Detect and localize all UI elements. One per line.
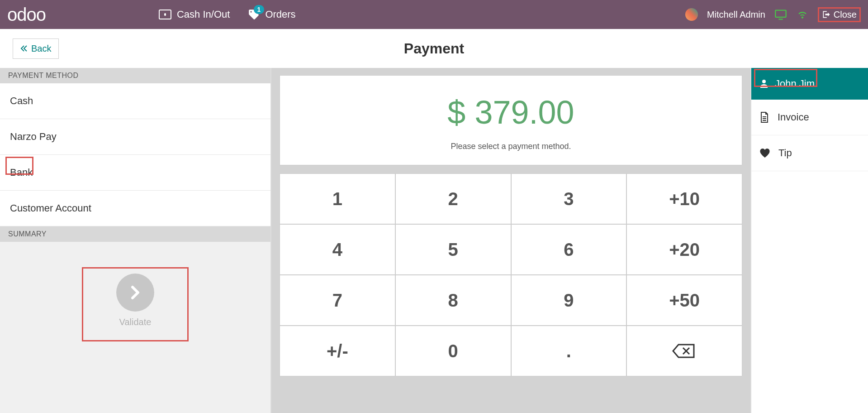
orders-label: Orders — [265, 9, 295, 20]
invoice-label: Invoice — [778, 111, 809, 123]
top-header: odoo Cash In/Out 1 Orders Mitchell Admin… — [0, 0, 868, 29]
key-1[interactable]: 1 — [280, 174, 395, 224]
key-3[interactable]: 3 — [512, 174, 626, 224]
key-plus10[interactable]: +10 — [627, 174, 742, 224]
page-title: Payment — [404, 40, 464, 57]
key-8[interactable]: 8 — [396, 275, 511, 325]
wifi-icon[interactable] — [796, 10, 809, 19]
avatar[interactable] — [685, 8, 698, 21]
sign-out-icon — [822, 10, 831, 19]
heart-icon — [759, 148, 770, 158]
numpad: 1 2 3 +10 4 5 6 +20 7 8 9 +50 +/- 0 . — [280, 173, 742, 376]
key-plus50[interactable]: +50 — [627, 275, 742, 325]
orders-button[interactable]: 1 Orders — [248, 9, 295, 20]
payment-option-narzo[interactable]: Narzo Pay — [0, 119, 270, 155]
right-panel: John Jim Invoice Tip — [750, 68, 868, 413]
user-name[interactable]: Mitchell Admin — [707, 10, 765, 20]
customer-name: John Jim — [775, 78, 815, 90]
monitor-icon[interactable] — [774, 9, 787, 20]
key-9[interactable]: 9 — [512, 275, 626, 325]
amount-box: $ 379.00 Please select a payment method. — [280, 75, 742, 165]
tag-icon: 1 — [248, 9, 260, 20]
close-label: Close — [834, 10, 857, 20]
validate-circle — [116, 274, 154, 312]
payment-option-bank-label: Bank — [10, 167, 33, 178]
key-6[interactable]: 6 — [512, 225, 626, 274]
validate-button[interactable]: Validate — [0, 274, 270, 327]
person-icon — [759, 79, 768, 89]
cash-label: Cash In/Out — [177, 9, 230, 20]
payment-option-cash[interactable]: Cash — [0, 83, 270, 119]
key-2[interactable]: 2 — [396, 174, 511, 224]
key-0[interactable]: 0 — [396, 326, 511, 376]
main-area: PAYMENT METHOD Cash Narzo Pay Bank Custo… — [0, 68, 868, 413]
center-panel: $ 379.00 Please select a payment method.… — [271, 68, 750, 413]
key-plus20[interactable]: +20 — [627, 225, 742, 274]
summary-header: SUMMARY — [0, 226, 270, 242]
customer-button[interactable]: John Jim — [751, 68, 868, 100]
summary-area: Validate — [0, 242, 270, 413]
key-5[interactable]: 5 — [396, 225, 511, 274]
cash-icon — [159, 10, 171, 19]
back-button[interactable]: Back — [13, 38, 59, 59]
document-icon — [759, 111, 769, 123]
svg-rect-0 — [164, 13, 166, 16]
payment-hint: Please select a payment method. — [289, 142, 733, 151]
back-icon — [20, 45, 28, 52]
svg-rect-1 — [775, 10, 786, 17]
key-plusminus[interactable]: +/- — [280, 326, 395, 376]
invoice-button[interactable]: Invoice — [751, 100, 868, 135]
tip-button[interactable]: Tip — [751, 135, 868, 171]
cash-in-out-button[interactable]: Cash In/Out — [159, 9, 230, 20]
payment-option-bank[interactable]: Bank — [0, 155, 270, 191]
key-7[interactable]: 7 — [280, 275, 395, 325]
tip-label: Tip — [778, 147, 792, 159]
amount-value: $ 379.00 — [289, 94, 733, 131]
key-backspace[interactable] — [627, 326, 742, 376]
key-dot[interactable]: . — [512, 326, 626, 376]
payment-method-header: PAYMENT METHOD — [0, 68, 270, 83]
left-panel: PAYMENT METHOD Cash Narzo Pay Bank Custo… — [0, 68, 271, 413]
backspace-icon — [672, 343, 697, 359]
back-label: Back — [31, 43, 51, 54]
key-4[interactable]: 4 — [280, 225, 395, 274]
sub-header: Back Payment — [0, 29, 868, 68]
header-right: Mitchell Admin Close — [685, 7, 861, 22]
orders-badge: 1 — [254, 5, 265, 14]
app-logo[interactable]: odoo — [7, 5, 46, 25]
validate-label: Validate — [119, 317, 152, 327]
payment-option-customer-account[interactable]: Customer Account — [0, 191, 270, 226]
close-button[interactable]: Close — [818, 7, 861, 22]
chevron-right-icon — [128, 283, 142, 302]
